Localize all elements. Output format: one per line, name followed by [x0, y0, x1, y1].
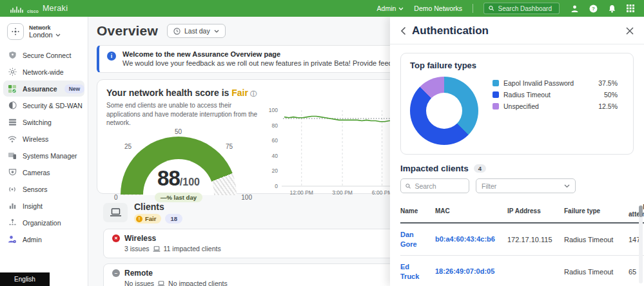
sidebar-item-secure-connect[interactable]: Secure Connect [3, 47, 84, 63]
svg-text:6:00 PM: 6:00 PM [372, 189, 393, 196]
col-name[interactable]: Name [400, 207, 430, 214]
sidebar-item-assurance[interactable]: Assurance New [3, 81, 84, 97]
gauge-tick: 50 [175, 128, 182, 135]
laptop-icon [153, 246, 161, 252]
admin-menu[interactable]: Admin [377, 5, 404, 12]
close-button[interactable] [626, 27, 634, 35]
assurance-icon [8, 84, 17, 93]
gauge-tick: 25 [124, 143, 132, 150]
sidebar-item-insight[interactable]: Insight [3, 198, 84, 214]
sidebar-item-admin[interactable]: Admin [3, 231, 84, 247]
page-title: Overview [97, 23, 158, 39]
health-gauge: 0 25 50 75 100 88/100 —% last day [121, 137, 237, 205]
client-name-link[interactable]: Dan Gore [400, 230, 430, 249]
health-title: Your network health score is Fair [106, 88, 390, 99]
sidebar-item-wireless[interactable]: Wireless [3, 131, 84, 147]
table-row: Dan Gore b0:a4:60:43:4c:b6 172.17.10.115… [400, 224, 644, 256]
globe-icon [8, 68, 17, 77]
clients-search[interactable] [400, 178, 469, 193]
search-icon [405, 183, 411, 189]
help-icon[interactable]: ? [589, 4, 598, 13]
back-button[interactable] [400, 26, 406, 35]
account-icon[interactable] [570, 4, 579, 13]
neutral-status-icon [112, 269, 120, 277]
scrollbar-thumb[interactable] [639, 205, 643, 217]
authentication-panel: Authentication Top failure types Eapol I… [390, 17, 644, 286]
svg-text:?: ? [592, 6, 595, 12]
health-subtitle: Some end clients are unable to access th… [106, 101, 261, 128]
table-row: Ed Truck 18:26:49:07:0d:05 Radius Timeou… [400, 256, 644, 286]
chevron-down-icon [214, 30, 219, 33]
camera-icon [8, 168, 17, 177]
wifi-icon [8, 135, 17, 144]
health-trend-chart: 12:00 PM3:00 PM6:00 PM020406080100 [261, 105, 400, 205]
info-icon[interactable] [250, 90, 257, 99]
client-name-link[interactable]: Ed Truck [400, 262, 430, 281]
laptop-icon [157, 281, 165, 286]
clock-icon [173, 28, 181, 35]
legend-item: Radius Timeout 50% [493, 91, 618, 99]
client-card-wireless[interactable]: Wireless 3 issues 11 impacted clients [103, 229, 406, 258]
brand-name: Meraki [43, 4, 68, 13]
sidebar-item-cameras[interactable]: Cameras [3, 164, 84, 180]
new-badge: New [64, 84, 84, 93]
network-selector[interactable]: Network London [0, 17, 88, 46]
legend-swatch [493, 91, 499, 98]
sidebar-item-sensors[interactable]: Sensors [3, 181, 84, 197]
sensor-icon [8, 185, 17, 194]
svg-text:20: 20 [272, 167, 278, 174]
time-filter-button[interactable]: Last day [167, 24, 226, 38]
network-name[interactable]: London [29, 31, 61, 39]
admin-user-icon [8, 235, 17, 244]
svg-text:3:00 PM: 3:00 PM [332, 189, 353, 196]
svg-text:60: 60 [272, 137, 278, 144]
sidebar-item-security-sdwan[interactable]: Security & SD-WAN [3, 97, 84, 113]
sidebar: Network London Secure Connect Network-wi… [0, 17, 88, 286]
meraki-logo[interactable]: cisco Meraki [0, 4, 68, 13]
org-tree-icon [8, 218, 17, 227]
health-score-max: /100 [180, 176, 200, 187]
clients-count-badge: 18 [165, 214, 182, 224]
error-status-icon [112, 234, 120, 242]
apps-grid-icon[interactable] [626, 4, 635, 13]
legend-item: Unspecified 12.5% [493, 102, 618, 110]
info-icon: i [107, 52, 116, 61]
svg-text:100: 100 [269, 107, 278, 113]
col-failure-type[interactable]: Failure type [564, 207, 623, 214]
clients-search-input[interactable] [415, 182, 464, 190]
dashboard-search-input[interactable] [498, 5, 554, 12]
notifications-icon[interactable] [607, 4, 616, 13]
gauge-tick: 0 [114, 194, 118, 201]
topbar-divider [473, 4, 473, 13]
dashboard-search[interactable] [483, 3, 560, 14]
filter-select[interactable]: Filter [476, 178, 576, 193]
legend-item: Eapol Invalid Password 37.5% [493, 79, 618, 87]
network-icon [7, 23, 24, 40]
gauge-tick: 75 [226, 143, 233, 150]
col-ip[interactable]: IP Address [507, 207, 559, 214]
client-mac-link[interactable]: b0:a4:60:43:4c:b6 [435, 234, 502, 243]
sidebar-item-organization[interactable]: Organization [3, 214, 84, 231]
chevron-left-icon [400, 26, 406, 35]
health-score-card: Your network health score is Fair Some e… [97, 79, 400, 194]
client-mac-link[interactable]: 18:26:49:07:0d:05 [435, 267, 502, 276]
language-button[interactable]: English [0, 272, 50, 286]
demo-networks-link[interactable]: Demo Networks [414, 5, 462, 12]
clients-section-icon-box [103, 203, 128, 222]
failure-donut-chart [410, 77, 478, 145]
col-mac[interactable]: MAC [435, 207, 502, 214]
sidebar-item-network-wide[interactable]: Network-wide [3, 64, 84, 80]
table-header-row: Name MAC IP Address Failure type Failed … [400, 201, 644, 224]
health-score-value: 88 [157, 166, 180, 190]
client-card-remote[interactable]: Remote No issues No impacted clients [103, 263, 406, 286]
bar-chart-icon [8, 202, 17, 211]
client-failure-type: Radius Timeout [564, 268, 623, 276]
table-scrollbar[interactable] [639, 205, 643, 283]
impacted-clients-table: Name MAC IP Address Failure type Failed … [400, 201, 644, 286]
sidebar-item-systems-manager[interactable]: Systems Manager [3, 148, 84, 164]
sidebar-item-switching[interactable]: Switching [3, 114, 84, 130]
shield-icon [8, 51, 17, 60]
laptop-icon [110, 208, 122, 217]
close-icon [626, 27, 634, 35]
legend-swatch [493, 80, 499, 86]
